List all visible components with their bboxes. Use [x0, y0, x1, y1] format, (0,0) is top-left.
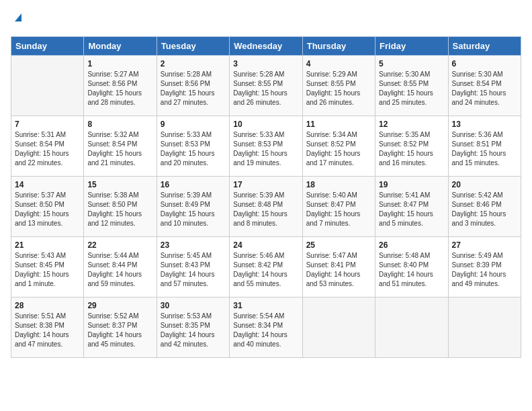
calendar-cell: 4Sunrise: 5:29 AMSunset: 8:55 PMDaylight… — [302, 56, 375, 116]
day-info: Sunrise: 5:47 AMSunset: 8:41 PMDaylight:… — [306, 251, 371, 289]
day-number: 21 — [15, 240, 80, 250]
calendar-cell: 2Sunrise: 5:28 AMSunset: 8:56 PMDaylight… — [157, 56, 229, 116]
svg-marker-0 — [15, 13, 21, 21]
day-number: 14 — [15, 180, 80, 189]
day-info: Sunrise: 5:54 AMSunset: 8:34 PMDaylight:… — [233, 312, 298, 349]
calendar-cell: 23Sunrise: 5:45 AMSunset: 8:43 PMDayligh… — [157, 237, 229, 298]
col-header-monday: Monday — [84, 37, 157, 56]
day-number: 31 — [233, 301, 298, 310]
calendar-cell: 19Sunrise: 5:41 AMSunset: 8:47 PMDayligh… — [375, 177, 448, 237]
day-info: Sunrise: 5:33 AMSunset: 8:53 PMDaylight:… — [161, 130, 226, 168]
day-info: Sunrise: 5:39 AMSunset: 8:49 PMDaylight:… — [161, 191, 226, 228]
day-info: Sunrise: 5:35 AMSunset: 8:52 PMDaylight:… — [379, 130, 444, 168]
day-info: Sunrise: 5:37 AMSunset: 8:50 PMDaylight:… — [15, 191, 80, 228]
day-info: Sunrise: 5:38 AMSunset: 8:50 PMDaylight:… — [87, 191, 152, 228]
calendar-cell: 15Sunrise: 5:38 AMSunset: 8:50 PMDayligh… — [84, 177, 157, 237]
day-info: Sunrise: 5:30 AMSunset: 8:54 PMDaylight:… — [452, 70, 517, 107]
calendar-cell: 24Sunrise: 5:46 AMSunset: 8:42 PMDayligh… — [230, 237, 302, 298]
day-info: Sunrise: 5:44 AMSunset: 8:44 PMDaylight:… — [87, 251, 152, 289]
day-number: 4 — [306, 59, 371, 68]
day-number: 23 — [161, 240, 226, 250]
day-number: 6 — [452, 59, 517, 68]
day-info: Sunrise: 5:42 AMSunset: 8:46 PMDaylight:… — [452, 191, 517, 228]
calendar-cell: 10Sunrise: 5:33 AMSunset: 8:53 PMDayligh… — [230, 116, 302, 177]
day-info: Sunrise: 5:43 AMSunset: 8:45 PMDaylight:… — [15, 251, 80, 289]
day-number: 26 — [379, 240, 444, 250]
week-row-4: 21Sunrise: 5:43 AMSunset: 8:45 PMDayligh… — [11, 237, 521, 298]
day-number: 16 — [161, 180, 226, 189]
calendar-cell: 1Sunrise: 5:27 AMSunset: 8:56 PMDaylight… — [84, 56, 157, 116]
day-number: 7 — [15, 120, 80, 129]
calendar-cell: 26Sunrise: 5:48 AMSunset: 8:40 PMDayligh… — [375, 237, 448, 298]
day-info: Sunrise: 5:40 AMSunset: 8:47 PMDaylight:… — [306, 191, 371, 228]
day-number: 27 — [452, 240, 517, 250]
col-header-saturday: Saturday — [448, 37, 521, 56]
day-number: 12 — [379, 120, 444, 129]
col-header-sunday: Sunday — [11, 37, 84, 56]
logo-triangle-icon — [12, 11, 24, 23]
week-row-5: 28Sunrise: 5:51 AMSunset: 8:38 PMDayligh… — [11, 298, 521, 358]
day-info: Sunrise: 5:29 AMSunset: 8:55 PMDaylight:… — [306, 70, 371, 107]
day-info: Sunrise: 5:53 AMSunset: 8:35 PMDaylight:… — [161, 312, 226, 349]
week-row-3: 14Sunrise: 5:37 AMSunset: 8:50 PMDayligh… — [11, 177, 521, 237]
day-number: 1 — [87, 59, 152, 68]
calendar-table: SundayMondayTuesdayWednesdayThursdayFrid… — [11, 36, 521, 358]
day-info: Sunrise: 5:49 AMSunset: 8:39 PMDaylight:… — [452, 251, 517, 289]
day-number: 30 — [161, 301, 226, 310]
calendar-cell: 28Sunrise: 5:51 AMSunset: 8:38 PMDayligh… — [11, 298, 84, 358]
day-info: Sunrise: 5:45 AMSunset: 8:43 PMDaylight:… — [161, 251, 226, 289]
calendar-cell: 22Sunrise: 5:44 AMSunset: 8:44 PMDayligh… — [84, 237, 157, 298]
day-number: 18 — [306, 180, 371, 189]
day-info: Sunrise: 5:46 AMSunset: 8:42 PMDaylight:… — [233, 251, 298, 289]
calendar-cell — [448, 298, 521, 358]
calendar-cell — [11, 56, 84, 116]
calendar-cell: 13Sunrise: 5:36 AMSunset: 8:51 PMDayligh… — [448, 116, 521, 177]
calendar-cell: 7Sunrise: 5:31 AMSunset: 8:54 PMDaylight… — [11, 116, 84, 177]
week-row-2: 7Sunrise: 5:31 AMSunset: 8:54 PMDaylight… — [11, 116, 521, 177]
day-info: Sunrise: 5:31 AMSunset: 8:54 PMDaylight:… — [15, 130, 80, 168]
day-number: 25 — [306, 240, 371, 250]
calendar-cell: 5Sunrise: 5:30 AMSunset: 8:55 PMDaylight… — [375, 56, 448, 116]
day-number: 2 — [161, 59, 226, 68]
calendar-cell: 11Sunrise: 5:34 AMSunset: 8:52 PMDayligh… — [302, 116, 375, 177]
calendar-cell — [302, 298, 375, 358]
day-info: Sunrise: 5:52 AMSunset: 8:37 PMDaylight:… — [87, 312, 152, 349]
calendar-cell — [375, 298, 448, 358]
day-info: Sunrise: 5:30 AMSunset: 8:55 PMDaylight:… — [379, 70, 444, 107]
calendar-cell: 21Sunrise: 5:43 AMSunset: 8:45 PMDayligh… — [11, 237, 84, 298]
day-info: Sunrise: 5:27 AMSunset: 8:56 PMDaylight:… — [87, 70, 152, 107]
day-number: 15 — [87, 180, 152, 189]
calendar-cell: 18Sunrise: 5:40 AMSunset: 8:47 PMDayligh… — [302, 177, 375, 237]
day-number: 3 — [233, 59, 298, 68]
calendar-cell: 31Sunrise: 5:54 AMSunset: 8:34 PMDayligh… — [230, 298, 302, 358]
calendar-cell: 20Sunrise: 5:42 AMSunset: 8:46 PMDayligh… — [448, 177, 521, 237]
day-number: 22 — [87, 240, 152, 250]
calendar-cell: 17Sunrise: 5:39 AMSunset: 8:48 PMDayligh… — [230, 177, 302, 237]
day-number: 17 — [233, 180, 298, 189]
day-info: Sunrise: 5:51 AMSunset: 8:38 PMDaylight:… — [15, 312, 80, 349]
calendar-cell: 8Sunrise: 5:32 AMSunset: 8:54 PMDaylight… — [84, 116, 157, 177]
col-header-thursday: Thursday — [302, 37, 375, 56]
calendar-cell: 29Sunrise: 5:52 AMSunset: 8:37 PMDayligh… — [84, 298, 157, 358]
day-info: Sunrise: 5:28 AMSunset: 8:56 PMDaylight:… — [161, 70, 226, 107]
day-number: 29 — [87, 301, 152, 310]
day-info: Sunrise: 5:33 AMSunset: 8:53 PMDaylight:… — [233, 130, 298, 168]
day-info: Sunrise: 5:28 AMSunset: 8:55 PMDaylight:… — [233, 70, 298, 107]
calendar-cell: 9Sunrise: 5:33 AMSunset: 8:53 PMDaylight… — [157, 116, 229, 177]
day-number: 5 — [379, 59, 444, 68]
calendar-cell: 25Sunrise: 5:47 AMSunset: 8:41 PMDayligh… — [302, 237, 375, 298]
day-number: 10 — [233, 120, 298, 129]
day-number: 20 — [452, 180, 517, 189]
calendar-cell: 3Sunrise: 5:28 AMSunset: 8:55 PMDaylight… — [230, 56, 302, 116]
page-header — [11, 11, 521, 31]
week-row-1: 1Sunrise: 5:27 AMSunset: 8:56 PMDaylight… — [11, 56, 521, 116]
calendar-cell: 14Sunrise: 5:37 AMSunset: 8:50 PMDayligh… — [11, 177, 84, 237]
day-info: Sunrise: 5:41 AMSunset: 8:47 PMDaylight:… — [379, 191, 444, 228]
day-info: Sunrise: 5:32 AMSunset: 8:54 PMDaylight:… — [87, 130, 152, 168]
day-info: Sunrise: 5:36 AMSunset: 8:51 PMDaylight:… — [452, 130, 517, 168]
day-number: 9 — [161, 120, 226, 129]
col-header-tuesday: Tuesday — [157, 37, 229, 56]
day-info: Sunrise: 5:48 AMSunset: 8:40 PMDaylight:… — [379, 251, 444, 289]
calendar-cell: 12Sunrise: 5:35 AMSunset: 8:52 PMDayligh… — [375, 116, 448, 177]
day-info: Sunrise: 5:39 AMSunset: 8:48 PMDaylight:… — [233, 191, 298, 228]
